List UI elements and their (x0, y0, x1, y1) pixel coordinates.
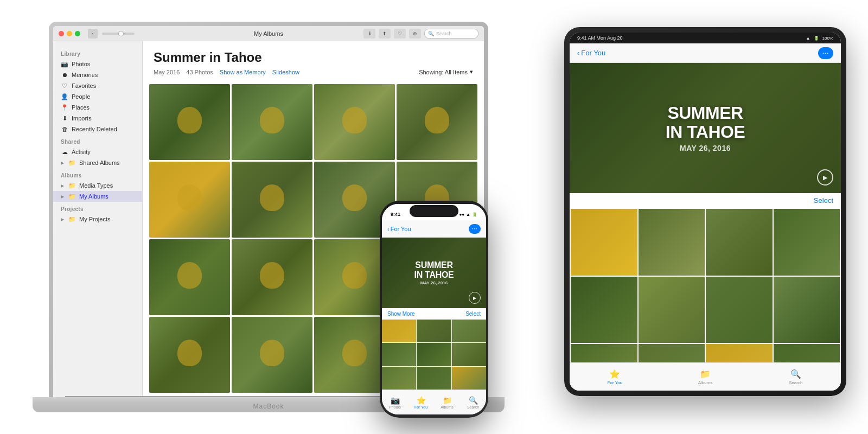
ipad-back-button[interactable]: ‹ For You (577, 49, 605, 57)
mac-share-button[interactable]: ⬆ (379, 29, 391, 39)
iphone: 9:41 ●● ▲ 🔋 ‹ For You ··· SUMMERIN T (380, 201, 488, 418)
sidebar-shared-albums-label: Shared Albums (79, 159, 120, 166)
showing-control[interactable]: Showing: All Items ▾ (419, 68, 473, 75)
photo-count: 43 Photos (186, 69, 213, 75)
photo-meta: May 2016 43 Photos Show as Memory Slides… (154, 68, 473, 75)
photo-cell[interactable] (149, 84, 230, 160)
mac-maximize-button[interactable] (75, 31, 80, 36)
sidebar-item-recently-deleted[interactable]: 🗑 Recently Deleted (53, 124, 142, 135)
show-as-memory-link[interactable]: Show as Memory (220, 69, 266, 75)
shared-section-label: Shared (53, 135, 142, 146)
iphone-back-button[interactable]: ‹ For You (387, 226, 411, 232)
ipad-photo-cell[interactable] (639, 209, 705, 276)
iphone-photo-cell[interactable] (382, 367, 416, 390)
photo-cell[interactable] (149, 317, 230, 393)
sidebar-item-favorites[interactable]: ♡ Favorites (53, 80, 142, 91)
for-you-tab-icon: ⭐ (609, 369, 620, 379)
mac-info-button[interactable]: ℹ (363, 29, 375, 39)
ipad-photo-cell[interactable] (706, 344, 773, 362)
shared-albums-icon: 📁 (68, 159, 76, 167)
ipad-photo-cell[interactable] (706, 209, 773, 276)
mac-minimize-button[interactable] (67, 31, 72, 36)
sidebar-item-photos[interactable]: 📷 Photos (53, 59, 142, 69)
iphone-photo-cell[interactable] (452, 343, 486, 366)
iphone-photo-cell[interactable] (452, 367, 486, 390)
photo-cell[interactable] (149, 239, 230, 315)
photo-cell[interactable] (397, 84, 477, 160)
photo-cell[interactable] (232, 239, 312, 315)
sidebar-item-places[interactable]: 📍 Places (53, 102, 142, 113)
photo-cell[interactable] (232, 162, 312, 238)
sidebar-favorites-label: Favorites (72, 82, 96, 89)
mac-toolbar-right: ℹ ⬆ ♡ ⊕ 🔍 Search (363, 29, 484, 39)
iphone-tab-albums[interactable]: 📁 Albums (434, 396, 460, 409)
sidebar-item-imports[interactable]: ⬇ Imports (53, 113, 142, 124)
ipad-photo-cell[interactable] (571, 344, 637, 362)
ipad-photo-cell[interactable] (774, 209, 840, 276)
media-types-icon: 📁 (68, 182, 76, 189)
mac-back-button[interactable]: ‹ (88, 29, 98, 39)
photo-cell[interactable] (149, 162, 230, 238)
iphone-hero[interactable]: SUMMERIN TAHOE MAY 26, 2016 ▶ (382, 238, 486, 308)
iphone-tab-search[interactable]: 🔍 Search (460, 396, 486, 409)
ipad-tab-for-you[interactable]: ⭐ For You (570, 369, 660, 385)
ipad-hero-title: SUMMERIN TAHOE (666, 104, 745, 142)
iphone-albums-tab-label: Albums (441, 405, 453, 409)
ipad-photo-cell[interactable] (774, 277, 840, 343)
photo-cell[interactable] (232, 317, 312, 393)
photo-header: Summer in Tahoe May 2016 43 Photos Show … (143, 41, 484, 80)
ipad-time: 9:41 AM Mon Aug 20 (577, 35, 623, 41)
sidebar-item-memories[interactable]: ⏺ Memories (53, 69, 142, 80)
iphone-time: 9:41 (391, 212, 400, 217)
ipad-battery-icon: 🔋 (814, 36, 819, 41)
ipad-play-button[interactable]: ▶ (817, 169, 833, 186)
photo-date: May 2016 (154, 69, 180, 75)
iphone-photo-cell[interactable] (417, 367, 451, 390)
iphone-play-button[interactable]: ▶ (469, 292, 481, 304)
iphone-signal-icon: ●● (459, 212, 464, 217)
iphone-photo-cell[interactable] (417, 320, 451, 342)
ipad-photo-cell[interactable] (706, 277, 773, 343)
ipad-tab-search[interactable]: 🔍 Search (750, 369, 841, 385)
mac-traffic-lights (53, 31, 80, 36)
mac-zoom-slider[interactable] (102, 33, 135, 35)
iphone-show-more-link[interactable]: Show More (387, 311, 415, 317)
mac-close-button[interactable] (59, 31, 64, 36)
ipad-photo-cell[interactable] (639, 344, 705, 362)
sidebar-activity-label: Activity (72, 149, 91, 155)
ipad-tab-albums[interactable]: 📁 Albums (660, 369, 751, 385)
sidebar-item-shared-albums[interactable]: ▶ 📁 Shared Albums (53, 157, 142, 168)
sidebar-item-my-projects[interactable]: ▶ 📁 My Projects (53, 214, 142, 225)
iphone-photo-cell[interactable] (452, 320, 486, 342)
iphone-photo-cell[interactable] (382, 343, 416, 366)
iphone-photo-cell[interactable] (417, 343, 451, 366)
slideshow-link[interactable]: Slideshow (272, 69, 299, 75)
ipad-photo-cell[interactable] (571, 209, 637, 276)
mac-search-input[interactable]: 🔍 Search (424, 29, 478, 39)
iphone-photo-cell[interactable] (382, 320, 416, 342)
ipad-more-button[interactable]: ··· (818, 47, 833, 59)
sidebar-item-people[interactable]: 👤 People (53, 91, 142, 102)
ipad-more-label: ··· (822, 50, 829, 56)
iphone-tab-photos[interactable]: 📷 Photos (382, 396, 408, 409)
photo-cell[interactable] (314, 84, 395, 160)
ipad-hero-overlay: SUMMERIN TAHOE MAY 26, 2016 (570, 63, 841, 193)
iphone-more-button[interactable]: ··· (469, 224, 481, 234)
iphone-tab-for-you[interactable]: ⭐ For You (408, 396, 434, 409)
mac-heart-button[interactable]: ♡ (394, 29, 406, 39)
photo-cell[interactable] (232, 84, 312, 160)
ipad-photo-cell[interactable] (774, 344, 840, 362)
sidebar-item-my-albums[interactable]: ▶ 📁 My Albums (53, 191, 142, 202)
iphone-select-button[interactable]: Select (465, 311, 481, 317)
sidebar-memories-label: Memories (72, 72, 98, 78)
mac-action-button[interactable]: ⊕ (409, 29, 421, 39)
ipad-grid-header: Select (570, 193, 841, 208)
ipad-select-button[interactable]: Select (814, 196, 833, 205)
sidebar-item-activity[interactable]: ☁ Activity (53, 146, 142, 157)
sidebar-item-media-types[interactable]: ▶ 📁 Media Types (53, 180, 142, 191)
imports-icon: ⬇ (61, 114, 68, 122)
ipad-photo-cell[interactable] (571, 277, 637, 343)
ipad-photo-cell[interactable] (639, 277, 705, 343)
ipad-hero[interactable]: SUMMERIN TAHOE MAY 26, 2016 ▶ (570, 63, 841, 193)
iphone-for-you-tab-icon: ⭐ (417, 396, 426, 405)
